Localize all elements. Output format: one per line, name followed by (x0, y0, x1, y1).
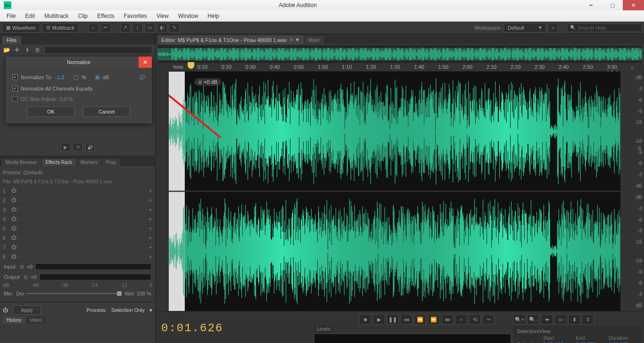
help-search-input[interactable]: 🔍 Search Help (567, 24, 642, 32)
zoom-out-v-icon[interactable]: ⇕ (582, 314, 594, 325)
cancel-button[interactable]: Cancel (83, 106, 130, 117)
files-search-input[interactable] (44, 46, 152, 54)
tab-effects-rack[interactable]: Effects Rack (42, 159, 76, 166)
ok-button[interactable]: OK (27, 106, 74, 117)
menu-view[interactable]: View (152, 11, 173, 21)
zoom-full-icon[interactable]: ⬌ (541, 314, 553, 325)
workspace-dropdown[interactable]: Default▾ (504, 23, 546, 33)
menu-multitrack[interactable]: Multitrack (40, 11, 73, 21)
fx-slot[interactable]: 2⏻▸ (0, 196, 155, 205)
menu-clip[interactable]: Clip (73, 11, 92, 21)
normalize-to-label: Normalize To: (21, 74, 52, 80)
fx-slot[interactable]: 6⏻▸ (0, 233, 155, 243)
window-titlebar: Au Adobe Audition ━ ▢ ✕ (0, 0, 644, 10)
loop-mini-button[interactable]: ⟲ (73, 143, 83, 151)
skip-end-button[interactable]: ⏭ (441, 314, 454, 325)
mixer-tab[interactable]: Mixer (305, 36, 324, 44)
zoom-in-v-icon[interactable]: ⬍ (568, 314, 580, 325)
waveform-display[interactable]: ⊙ +0 dB (169, 72, 620, 311)
zoom-out-icon[interactable]: 🔍- (527, 314, 539, 325)
output-meter (40, 274, 151, 280)
playhead-marker[interactable] (188, 62, 194, 69)
fx-slot[interactable]: 4⏻▸ (0, 214, 155, 224)
apply-button[interactable]: Apply (13, 305, 41, 315)
info-icon[interactable]: ⓘ (138, 74, 145, 81)
fx-panel-tabs: Media Browser Effects Rack Markers Prop (0, 156, 155, 166)
record-button[interactable]: ● (455, 314, 467, 325)
db-scale: dB -3 -6 -9 -18 -18 -9 -6 -3 dB L dB -3 … (620, 72, 644, 311)
files-tab[interactable]: Files (2, 36, 21, 44)
input-meter (35, 263, 151, 270)
menu-effects[interactable]: Effects (92, 11, 119, 21)
mode-toolbar: ▦ Waveform ☰ Multitrack ↔ ✂ ↗ I ▭ ◐ ✎ Wo… (0, 22, 644, 34)
normalize-value[interactable]: -1,0 (55, 74, 64, 80)
normalize-dialog: Normalize ✕ Normalize To: -1,0 % dB (6, 57, 152, 123)
autoplay-mini-button[interactable]: 🔊 (85, 143, 95, 151)
menu-file[interactable]: File (2, 11, 20, 21)
skip-start-button[interactable]: ⏮ (400, 314, 413, 325)
fx-slot[interactable]: 1⏻▸ (0, 186, 155, 196)
time-ruler[interactable]: hms0:100:200:300:400:501:001:101:201:301… (169, 63, 620, 72)
tool-icon[interactable]: ▭ (145, 23, 155, 33)
tab-properties[interactable]: Prop (102, 159, 120, 166)
multitrack-mode-button[interactable]: ☰ Multitrack (42, 23, 79, 33)
loop-button[interactable]: ⟲ (469, 314, 481, 325)
workspace-menu-icon[interactable]: » (548, 23, 558, 33)
volume-badge[interactable]: ⊙ +0 dB (194, 78, 221, 86)
tool-move-icon[interactable]: ↗ (120, 23, 131, 33)
normalize-to-checkbox[interactable] (12, 74, 18, 80)
levels-tab[interactable]: Levels (314, 326, 333, 333)
menu-window[interactable]: Window (173, 11, 203, 21)
menu-favorites[interactable]: Favorites (119, 11, 152, 21)
close-tab-icon[interactable]: ✕ (289, 37, 293, 42)
new-file-icon[interactable]: ✚ (13, 46, 21, 54)
app-icon: Au (4, 1, 11, 9)
pause-button[interactable]: ❚❚ (387, 314, 399, 325)
play-button[interactable]: ▶ (373, 314, 385, 325)
file-name-label: File: M$ PuP$ & F1ns & T1One - Розы 4800… (0, 177, 155, 186)
close-file-icon[interactable]: 🗑 (34, 46, 41, 54)
zoom-in-icon[interactable]: 🔍+ (513, 314, 526, 325)
menu-edit[interactable]: Edit (20, 11, 40, 21)
tool-icon[interactable]: ↔ (88, 23, 99, 33)
tab-media-browser[interactable]: Media Browser (2, 159, 41, 166)
workspace-label: Workspace: (474, 25, 502, 31)
tool-select-icon[interactable]: I (132, 23, 143, 33)
forward-button[interactable]: ⏩ (428, 314, 440, 325)
skip-selection-button[interactable]: ⤳ (482, 314, 495, 325)
channel-gutter (156, 72, 169, 311)
rewind-button[interactable]: ⏪ (414, 314, 426, 325)
tool-icon[interactable]: ✂ (100, 23, 111, 33)
tab-markers[interactable]: Markers (77, 159, 101, 166)
stop-button[interactable]: ■ (359, 314, 372, 325)
dialog-titlebar[interactable]: Normalize ✕ (6, 57, 152, 68)
waveform-mode-button[interactable]: ▦ Waveform (2, 23, 40, 33)
tool-icon[interactable]: ✎ (169, 23, 180, 33)
minimize-button[interactable]: ━ (580, 0, 602, 10)
fx-slot[interactable]: 8⏻▸ (0, 252, 155, 261)
tab-video[interactable]: Video (26, 317, 45, 324)
open-file-icon[interactable]: 📂 (3, 46, 10, 54)
mix-slider[interactable] (27, 293, 122, 294)
percent-radio[interactable] (74, 75, 79, 80)
time-display: 0:01.626 (156, 311, 311, 343)
maximize-button[interactable]: ▢ (602, 0, 623, 10)
waveform-overview[interactable] (157, 45, 642, 63)
editor-tab[interactable]: Editor: M$ PuP$ & F1ns & T1One - Розы 48… (157, 35, 304, 44)
window-close-button[interactable]: ✕ (623, 0, 644, 10)
import-icon[interactable]: ⬇ (24, 46, 31, 54)
db-radio[interactable] (95, 75, 100, 80)
dc-bias-checkbox[interactable] (12, 96, 18, 102)
tab-history[interactable]: History (3, 317, 25, 324)
menu-help[interactable]: Help (203, 11, 224, 21)
all-channels-checkbox[interactable] (12, 86, 18, 91)
selection-view-panel: Selection/View StartEndDuration Selectio… (514, 326, 641, 343)
play-mini-button[interactable]: ▶ (61, 143, 70, 151)
zoom-sel-icon[interactable]: ▭ (554, 314, 567, 325)
all-channels-label: Normalize All Channels Equally (21, 86, 93, 91)
tool-icon[interactable]: ◐ (157, 23, 167, 33)
fx-slot[interactable]: 3⏻▸ (0, 205, 155, 214)
fx-slot[interactable]: 7⏻▸ (0, 243, 155, 252)
fx-slot[interactable]: 5⏻▸ (0, 224, 155, 233)
dialog-close-button[interactable]: ✕ (139, 57, 152, 68)
